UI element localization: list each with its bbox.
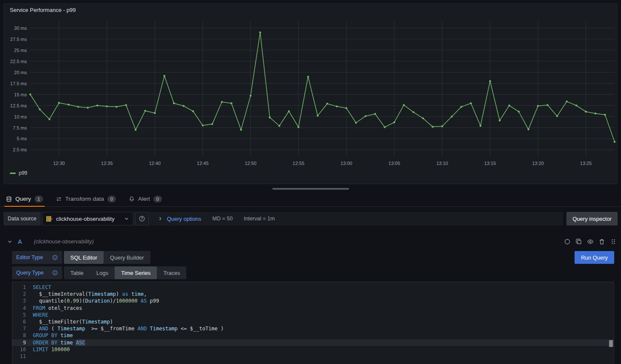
sql-line[interactable]: 6 $__timeFilter(Timestamp) <box>12 318 614 325</box>
data-point <box>518 111 520 113</box>
query-options-chevron[interactable] <box>157 216 163 222</box>
code-text: SELECT <box>33 284 51 291</box>
data-point <box>116 106 117 107</box>
query-type-traces[interactable]: Traces <box>157 266 186 279</box>
code-text: WHERE <box>33 312 48 318</box>
hide-response-eye-icon[interactable] <box>587 238 594 245</box>
data-point <box>393 121 395 123</box>
query-type-logs[interactable]: Logs <box>90 266 115 279</box>
y-tick-label: 27.5 ms <box>10 37 27 42</box>
query-inspector-button[interactable]: Query inspector <box>566 212 618 225</box>
tab-query[interactable]: Query 1 <box>4 191 45 206</box>
collapse-query-button[interactable] <box>7 239 13 245</box>
sql-line[interactable]: 1SELECT <box>12 284 614 291</box>
data-point <box>489 80 491 82</box>
data-point <box>537 105 539 107</box>
info-icon[interactable] <box>52 270 58 276</box>
data-point <box>470 102 472 104</box>
data-point <box>432 126 433 127</box>
editor-type-sql-editor[interactable]: SQL Editor <box>64 251 104 264</box>
datasource-value: clickhouse-observability <box>56 216 114 222</box>
sql-lines: 1SELECT2 $__timeInterval(Timestamp) as t… <box>12 284 614 360</box>
editor-type-row: Editor Type SQL Editor Query Builder Run… <box>12 251 614 264</box>
data-point <box>604 114 606 116</box>
data-point <box>29 93 31 95</box>
sql-line[interactable]: 5WHERE <box>12 312 614 318</box>
copy-query-icon[interactable] <box>575 238 582 245</box>
editor-scrollbar-thumb[interactable] <box>609 340 613 347</box>
line-number: 5 <box>12 312 33 318</box>
data-point <box>125 104 127 106</box>
data-point <box>326 103 328 104</box>
tab-label: Transform data <box>65 196 104 202</box>
query-row-actions <box>564 238 617 245</box>
line-number: 10 <box>12 346 33 353</box>
data-point <box>528 128 529 130</box>
x-tick-label: 12:30 <box>53 161 65 166</box>
datasource-label: Data source <box>3 212 40 225</box>
x-tick-label: 12:45 <box>197 161 209 166</box>
info-icon[interactable] <box>52 254 58 260</box>
query-type-group: Table Logs Time Series Traces <box>64 266 186 279</box>
line-number: 8 <box>12 332 33 339</box>
query-type-table[interactable]: Table <box>64 266 90 279</box>
data-point <box>595 113 596 114</box>
data-point <box>96 104 98 106</box>
sql-line[interactable]: 11 <box>12 353 614 360</box>
data-point <box>182 105 184 107</box>
tab-transform-data[interactable]: Transform data 0 <box>54 191 118 206</box>
delete-query-trash-icon[interactable] <box>598 238 605 245</box>
datasource-help-button[interactable] <box>135 212 149 225</box>
y-tick-label: 7.5 ms <box>13 125 27 130</box>
data-point <box>556 115 558 117</box>
x-tick-label: 12:50 <box>245 161 257 166</box>
data-point <box>192 110 194 112</box>
legend-swatch <box>10 173 16 174</box>
sql-editor[interactable]: 1SELECT2 $__timeInterval(Timestamp) as t… <box>12 282 614 364</box>
database-icon <box>6 196 12 202</box>
line-number: 1 <box>12 284 33 291</box>
sql-line[interactable]: 8GROUP BY time <box>12 332 614 339</box>
tab-count-badge: 0 <box>107 196 116 202</box>
datasource-select[interactable]: clickhouse-observability <box>42 212 133 225</box>
timeseries-panel: Service Performance - p99 2.5 ms5 ms7.5 … <box>3 3 618 184</box>
drag-handle-grip-icon[interactable] <box>610 238 617 245</box>
tab-alert[interactable]: Alert 0 <box>127 191 164 206</box>
question-circle-icon <box>139 215 145 222</box>
line-number: 2 <box>12 291 33 298</box>
editor-type-label-text: Editor Type <box>16 254 43 260</box>
query-type-time-series[interactable]: Time Series <box>115 266 157 279</box>
circle-icon[interactable] <box>564 238 571 245</box>
chevron-right-icon <box>157 216 163 222</box>
data-point <box>135 129 136 130</box>
horizontal-scrollbar[interactable] <box>272 188 349 190</box>
code-text: $__timeFilter(Timestamp) <box>33 318 113 325</box>
data-point <box>307 76 309 78</box>
x-tick-label: 13:00 <box>341 161 352 166</box>
x-tick-label: 13:15 <box>484 161 496 166</box>
query-options-toggle[interactable]: Query options <box>167 216 201 222</box>
sql-line[interactable]: 3 quantile(0.99)(Duration)/1000000 AS p9… <box>12 298 614 304</box>
data-point <box>87 107 89 109</box>
data-point <box>278 125 280 127</box>
editor-type-group: SQL Editor Query Builder <box>64 251 150 264</box>
sql-line[interactable]: 4FROM otel_traces <box>12 305 614 312</box>
legend-label[interactable]: p99 <box>19 170 27 176</box>
datasource-bar: Data source clickhouse-observability <box>3 212 618 225</box>
data-point <box>58 102 60 104</box>
run-query-button[interactable]: Run Query <box>575 251 614 264</box>
panel-header[interactable]: Service Performance - p99 <box>4 4 617 16</box>
y-tick-label: 22.5 ms <box>10 59 27 64</box>
data-point <box>77 106 79 107</box>
data-point <box>355 122 357 124</box>
sql-line[interactable]: 7 AND ( Timestamp >= $__fromTime AND Tim… <box>12 325 614 332</box>
sql-line[interactable]: 10LIMIT 100000 <box>12 346 614 353</box>
editor-type-query-builder[interactable]: Query Builder <box>104 251 150 264</box>
sql-line[interactable]: 9ORDER BY time ASC <box>12 339 614 346</box>
timeseries-chart[interactable]: 2.5 ms5 ms7.5 ms10 ms12.5 ms15 ms17.5 ms… <box>4 16 617 168</box>
editor-type-label: Editor Type <box>12 251 62 264</box>
data-point <box>173 102 175 104</box>
line-number: 7 <box>12 325 33 332</box>
sql-line[interactable]: 2 $__timeInterval(Timestamp) as time, <box>12 291 614 298</box>
query-ref-id[interactable]: A <box>18 238 22 245</box>
